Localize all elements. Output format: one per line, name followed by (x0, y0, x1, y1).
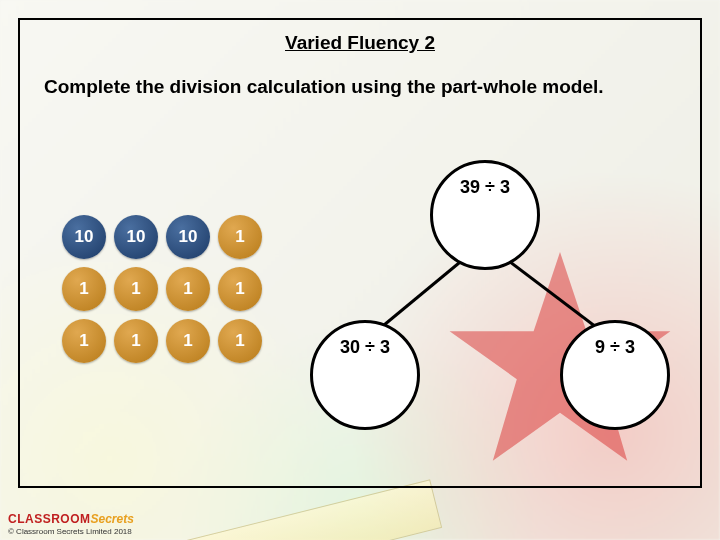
place-value-counters: 10 10 10 1 1 1 1 1 1 1 1 1 (62, 215, 262, 363)
content-frame: Varied Fluency 2 Complete the division c… (18, 18, 702, 488)
part-node-right: 9 ÷ 3 (560, 320, 670, 430)
counter-one: 1 (62, 319, 106, 363)
counter-one: 1 (218, 319, 262, 363)
whole-node: 39 ÷ 3 (430, 160, 540, 270)
instruction-text: Complete the division calculation using … (44, 76, 680, 98)
counter-one: 1 (166, 267, 210, 311)
counter-one: 1 (114, 267, 158, 311)
counter-one: 1 (218, 215, 262, 259)
brand-word-2: Secrets (91, 512, 134, 526)
brand-word-1: CLASSROOM (8, 512, 91, 526)
part-node-left: 30 ÷ 3 (310, 320, 420, 430)
counter-one: 1 (166, 319, 210, 363)
counter-ten: 10 (166, 215, 210, 259)
page-title: Varied Fluency 2 (20, 32, 700, 54)
copyright-text: © Classroom Secrets Limited 2018 (8, 527, 134, 536)
counter-one: 1 (114, 319, 158, 363)
footer: CLASSROOMSecrets © Classroom Secrets Lim… (8, 512, 134, 536)
counter-ten: 10 (114, 215, 158, 259)
counter-ten: 10 (62, 215, 106, 259)
counter-one: 1 (62, 267, 106, 311)
part-whole-diagram: 39 ÷ 3 30 ÷ 3 9 ÷ 3 (300, 150, 700, 450)
svg-line-2 (505, 258, 600, 330)
svg-line-1 (378, 258, 465, 330)
counter-one: 1 (218, 267, 262, 311)
